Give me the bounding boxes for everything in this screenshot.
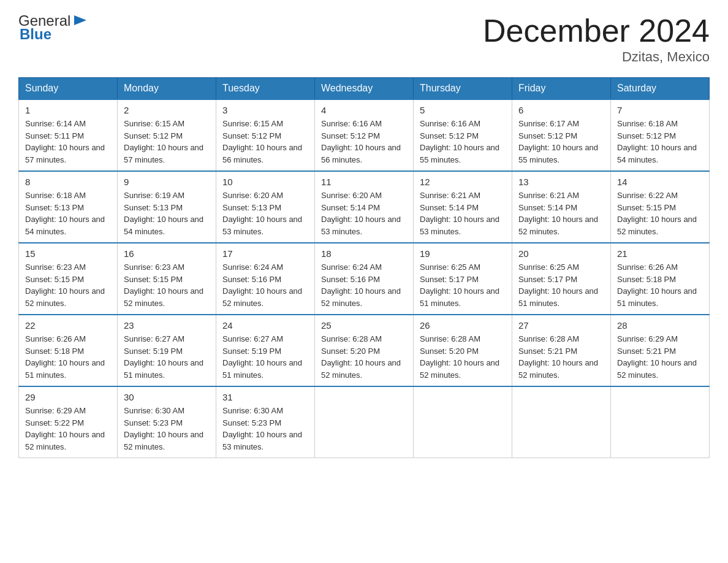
day-number: 28 (617, 320, 703, 331)
header-friday: Friday (512, 78, 611, 100)
table-row: 15 Sunrise: 6:23 AMSunset: 5:15 PMDaylig… (19, 243, 118, 315)
day-number: 20 (518, 248, 604, 259)
day-number: 3 (222, 105, 308, 115)
day-info: Sunrise: 6:26 AMSunset: 5:18 PMDaylight:… (617, 262, 697, 308)
table-row: 29 Sunrise: 6:29 AMSunset: 5:22 PMDaylig… (19, 386, 118, 458)
day-info: Sunrise: 6:28 AMSunset: 5:20 PMDaylight:… (321, 334, 401, 380)
day-info: Sunrise: 6:15 AMSunset: 5:12 PMDaylight:… (124, 119, 203, 164)
table-row: 10 Sunrise: 6:20 AMSunset: 5:13 PMDaylig… (216, 171, 315, 243)
day-number: 4 (321, 105, 407, 115)
table-row: 8 Sunrise: 6:18 AMSunset: 5:13 PMDayligh… (19, 171, 118, 243)
day-info: Sunrise: 6:30 AMSunset: 5:23 PMDaylight:… (222, 406, 302, 451)
month-title: December 2024 (483, 12, 710, 49)
table-row: 7 Sunrise: 6:18 AMSunset: 5:12 PMDayligh… (611, 99, 710, 171)
day-number: 30 (124, 392, 210, 402)
table-row: 21 Sunrise: 6:26 AMSunset: 5:18 PMDaylig… (611, 243, 710, 315)
table-row: 11 Sunrise: 6:20 AMSunset: 5:14 PMDaylig… (315, 171, 414, 243)
table-row: 19 Sunrise: 6:25 AMSunset: 5:17 PMDaylig… (414, 243, 512, 315)
table-row: 27 Sunrise: 6:28 AMSunset: 5:21 PMDaylig… (512, 315, 611, 386)
day-number: 31 (222, 392, 308, 402)
day-info: Sunrise: 6:21 AMSunset: 5:14 PMDaylight:… (518, 191, 598, 236)
location: Dzitas, Mexico (483, 49, 710, 65)
table-row (414, 386, 512, 458)
day-info: Sunrise: 6:20 AMSunset: 5:14 PMDaylight:… (321, 191, 401, 236)
header-thursday: Thursday (414, 78, 512, 100)
day-info: Sunrise: 6:28 AMSunset: 5:21 PMDaylight:… (518, 334, 598, 380)
header-sunday: Sunday (19, 78, 118, 100)
day-info: Sunrise: 6:25 AMSunset: 5:17 PMDaylight:… (420, 262, 499, 308)
table-row: 5 Sunrise: 6:16 AMSunset: 5:12 PMDayligh… (414, 99, 512, 171)
day-number: 17 (222, 248, 308, 259)
day-number: 27 (518, 320, 604, 331)
header-saturday: Saturday (611, 78, 710, 100)
table-row: 17 Sunrise: 6:24 AMSunset: 5:16 PMDaylig… (216, 243, 315, 315)
table-row: 12 Sunrise: 6:21 AMSunset: 5:14 PMDaylig… (414, 171, 512, 243)
day-info: Sunrise: 6:30 AMSunset: 5:23 PMDaylight:… (124, 406, 203, 451)
day-number: 9 (124, 177, 210, 187)
table-row: 14 Sunrise: 6:22 AMSunset: 5:15 PMDaylig… (611, 171, 710, 243)
day-info: Sunrise: 6:16 AMSunset: 5:12 PMDaylight:… (321, 119, 401, 164)
table-row: 1 Sunrise: 6:14 AMSunset: 5:11 PMDayligh… (19, 99, 118, 171)
day-number: 14 (617, 177, 703, 187)
table-row: 22 Sunrise: 6:26 AMSunset: 5:18 PMDaylig… (19, 315, 118, 386)
day-info: Sunrise: 6:29 AMSunset: 5:22 PMDaylight:… (25, 406, 105, 451)
calendar-header: Sunday Monday Tuesday Wednesday Thursday… (19, 78, 710, 100)
day-number: 19 (420, 248, 506, 259)
table-row: 26 Sunrise: 6:28 AMSunset: 5:20 PMDaylig… (414, 315, 512, 386)
table-row: 6 Sunrise: 6:17 AMSunset: 5:12 PMDayligh… (512, 99, 611, 171)
table-row: 24 Sunrise: 6:27 AMSunset: 5:19 PMDaylig… (216, 315, 315, 386)
day-number: 6 (518, 105, 604, 115)
table-row: 30 Sunrise: 6:30 AMSunset: 5:23 PMDaylig… (118, 386, 216, 458)
calendar-body: 1 Sunrise: 6:14 AMSunset: 5:11 PMDayligh… (19, 99, 710, 458)
day-number: 25 (321, 320, 407, 331)
logo: General Blue (18, 12, 89, 43)
day-info: Sunrise: 6:24 AMSunset: 5:16 PMDaylight:… (222, 262, 302, 308)
table-row: 31 Sunrise: 6:30 AMSunset: 5:23 PMDaylig… (216, 386, 315, 458)
table-row: 20 Sunrise: 6:25 AMSunset: 5:17 PMDaylig… (512, 243, 611, 315)
table-row: 28 Sunrise: 6:29 AMSunset: 5:21 PMDaylig… (611, 315, 710, 386)
day-number: 8 (25, 177, 111, 187)
page-header: General Blue December 2024 Dzitas, Mexic… (18, 12, 710, 65)
day-number: 23 (124, 320, 210, 331)
day-info: Sunrise: 6:18 AMSunset: 5:12 PMDaylight:… (617, 119, 697, 164)
day-number: 22 (25, 320, 111, 331)
day-info: Sunrise: 6:18 AMSunset: 5:13 PMDaylight:… (25, 191, 105, 236)
table-row: 23 Sunrise: 6:27 AMSunset: 5:19 PMDaylig… (118, 315, 216, 386)
day-number: 2 (124, 105, 210, 115)
day-number: 13 (518, 177, 604, 187)
calendar-table: Sunday Monday Tuesday Wednesday Thursday… (18, 77, 710, 458)
day-number: 29 (25, 392, 111, 402)
table-row: 4 Sunrise: 6:16 AMSunset: 5:12 PMDayligh… (315, 99, 414, 171)
day-number: 26 (420, 320, 506, 331)
day-info: Sunrise: 6:26 AMSunset: 5:18 PMDaylight:… (25, 334, 105, 380)
day-info: Sunrise: 6:24 AMSunset: 5:16 PMDaylight:… (321, 262, 401, 308)
table-row: 9 Sunrise: 6:19 AMSunset: 5:13 PMDayligh… (118, 171, 216, 243)
day-info: Sunrise: 6:17 AMSunset: 5:12 PMDaylight:… (518, 119, 598, 164)
day-info: Sunrise: 6:29 AMSunset: 5:21 PMDaylight:… (617, 334, 697, 380)
day-info: Sunrise: 6:19 AMSunset: 5:13 PMDaylight:… (124, 191, 203, 236)
logo-blue: Blue (20, 26, 89, 43)
day-info: Sunrise: 6:22 AMSunset: 5:15 PMDaylight:… (617, 191, 697, 236)
table-row: 18 Sunrise: 6:24 AMSunset: 5:16 PMDaylig… (315, 243, 414, 315)
title-block: December 2024 Dzitas, Mexico (483, 12, 710, 65)
header-monday: Monday (118, 78, 216, 100)
header-tuesday: Tuesday (216, 78, 315, 100)
day-number: 16 (124, 248, 210, 259)
day-number: 18 (321, 248, 407, 259)
day-number: 12 (420, 177, 506, 187)
day-number: 11 (321, 177, 407, 187)
header-wednesday: Wednesday (315, 78, 414, 100)
day-info: Sunrise: 6:23 AMSunset: 5:15 PMDaylight:… (124, 262, 203, 308)
day-info: Sunrise: 6:15 AMSunset: 5:12 PMDaylight:… (222, 119, 302, 164)
table-row: 3 Sunrise: 6:15 AMSunset: 5:12 PMDayligh… (216, 99, 315, 171)
table-row: 13 Sunrise: 6:21 AMSunset: 5:14 PMDaylig… (512, 171, 611, 243)
day-number: 1 (25, 105, 111, 115)
table-row (611, 386, 710, 458)
table-row: 2 Sunrise: 6:15 AMSunset: 5:12 PMDayligh… (118, 99, 216, 171)
table-row: 25 Sunrise: 6:28 AMSunset: 5:20 PMDaylig… (315, 315, 414, 386)
svg-marker-0 (74, 15, 86, 25)
day-info: Sunrise: 6:27 AMSunset: 5:19 PMDaylight:… (124, 334, 203, 380)
day-info: Sunrise: 6:16 AMSunset: 5:12 PMDaylight:… (420, 119, 499, 164)
table-row: 16 Sunrise: 6:23 AMSunset: 5:15 PMDaylig… (118, 243, 216, 315)
day-number: 15 (25, 248, 111, 259)
